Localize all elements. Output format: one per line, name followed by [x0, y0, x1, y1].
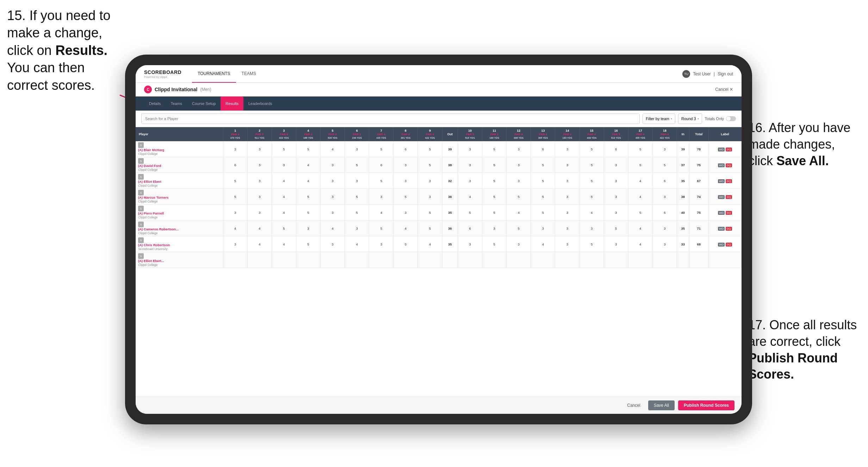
- score-hole-2[interactable]: 3: [247, 205, 272, 220]
- player-name[interactable]: (A) Piers Parnell: [138, 211, 222, 215]
- score-hole-18[interactable]: 6: [652, 205, 677, 220]
- totals-only-switch[interactable]: [726, 116, 736, 121]
- score-hole-9[interactable]: 5: [418, 157, 442, 173]
- score-hole-4[interactable]: 4: [296, 157, 320, 173]
- score-hole-11[interactable]: 5: [482, 205, 507, 220]
- cancel-button[interactable]: Cancel: [623, 401, 644, 410]
- score-hole-15[interactable]: 5: [579, 173, 604, 189]
- wd-button[interactable]: WD: [718, 195, 725, 199]
- score-hole-15[interactable]: 5: [579, 189, 604, 205]
- nav-link-teams[interactable]: TEAMS: [236, 65, 262, 83]
- tab-leaderboards[interactable]: Leaderboards: [243, 96, 277, 111]
- cancel-tournament-link[interactable]: Cancel ✕: [715, 87, 733, 92]
- tab-results[interactable]: Results: [221, 96, 243, 111]
- score-hole-9[interactable]: 3: [418, 173, 442, 189]
- wd-button[interactable]: WD: [718, 179, 725, 183]
- score-hole-8[interactable]: 5: [393, 236, 418, 252]
- dq-button[interactable]: DQ: [726, 227, 732, 231]
- score-hole-10[interactable]: [458, 252, 482, 268]
- score-hole-8[interactable]: 3: [393, 205, 418, 220]
- score-hole-13[interactable]: 3: [531, 220, 555, 236]
- score-hole-6[interactable]: [345, 252, 369, 268]
- publish-round-scores-button[interactable]: Publish Round Scores: [678, 400, 734, 410]
- player-name[interactable]: (A) Cameron Robertson...: [138, 227, 222, 231]
- score-hole-5[interactable]: 3: [321, 189, 345, 205]
- score-hole-7[interactable]: 5: [369, 141, 393, 157]
- score-hole-18[interactable]: 5: [652, 157, 677, 173]
- score-hole-14[interactable]: 3: [555, 205, 579, 220]
- score-hole-8[interactable]: [393, 252, 418, 268]
- score-hole-1[interactable]: 6: [223, 157, 247, 173]
- score-hole-2[interactable]: 3: [247, 189, 272, 205]
- score-hole-14[interactable]: 3: [555, 220, 579, 236]
- wd-button[interactable]: WD: [718, 211, 725, 215]
- score-hole-12[interactable]: 3: [507, 173, 531, 189]
- score-hole-10[interactable]: 6: [458, 220, 482, 236]
- save-all-button[interactable]: Save All: [648, 400, 675, 410]
- score-hole-10[interactable]: 3: [458, 173, 482, 189]
- score-hole-12[interactable]: 5: [507, 220, 531, 236]
- score-hole-11[interactable]: [482, 252, 507, 268]
- score-hole-1[interactable]: 4: [223, 220, 247, 236]
- score-hole-13[interactable]: 4: [531, 236, 555, 252]
- round-dropdown[interactable]: Round 3 ▾: [678, 113, 702, 124]
- score-hole-7[interactable]: 3: [369, 236, 393, 252]
- score-hole-2[interactable]: 3: [247, 173, 272, 189]
- score-hole-2[interactable]: 4: [247, 220, 272, 236]
- score-hole-7[interactable]: 3: [369, 189, 393, 205]
- score-hole-10[interactable]: 5: [458, 205, 482, 220]
- score-hole-6[interactable]: 3: [345, 220, 369, 236]
- score-hole-1[interactable]: 3: [223, 205, 247, 220]
- score-hole-2[interactable]: 3: [247, 157, 272, 173]
- score-hole-17[interactable]: 5: [628, 141, 652, 157]
- score-hole-8[interactable]: 5: [393, 189, 418, 205]
- score-hole-13[interactable]: 6: [531, 141, 555, 157]
- score-hole-4[interactable]: 4: [296, 173, 320, 189]
- score-hole-17[interactable]: 4: [628, 189, 652, 205]
- score-hole-4[interactable]: 5: [296, 189, 320, 205]
- score-hole-13[interactable]: [531, 252, 555, 268]
- score-hole-17[interactable]: [628, 252, 652, 268]
- search-input[interactable]: [141, 113, 640, 124]
- score-hole-12[interactable]: [507, 252, 531, 268]
- score-hole-10[interactable]: 4: [458, 189, 482, 205]
- wd-button[interactable]: WD: [718, 243, 725, 247]
- score-hole-5[interactable]: 4: [321, 220, 345, 236]
- score-hole-3[interactable]: [272, 252, 296, 268]
- score-hole-17[interactable]: 4: [628, 220, 652, 236]
- score-hole-16[interactable]: 3: [604, 189, 628, 205]
- score-hole-2[interactable]: 4: [247, 236, 272, 252]
- score-hole-17[interactable]: 5: [628, 157, 652, 173]
- score-hole-8[interactable]: 3: [393, 157, 418, 173]
- score-hole-7[interactable]: 5: [369, 220, 393, 236]
- wd-button[interactable]: WD: [718, 148, 725, 151]
- score-hole-17[interactable]: 4: [628, 236, 652, 252]
- score-hole-6[interactable]: 3: [345, 173, 369, 189]
- score-hole-5[interactable]: 3: [321, 173, 345, 189]
- dq-button[interactable]: DQ: [726, 243, 732, 247]
- score-hole-13[interactable]: 5: [531, 157, 555, 173]
- score-hole-2[interactable]: 3: [247, 141, 272, 157]
- score-hole-14[interactable]: 3: [555, 236, 579, 252]
- score-hole-3[interactable]: 4: [272, 205, 296, 220]
- score-hole-6[interactable]: 5: [345, 189, 369, 205]
- score-hole-16[interactable]: 5: [604, 220, 628, 236]
- score-hole-4[interactable]: 5: [296, 205, 320, 220]
- score-hole-7[interactable]: [369, 252, 393, 268]
- score-hole-18[interactable]: 3: [652, 236, 677, 252]
- score-hole-3[interactable]: 5: [272, 141, 296, 157]
- score-hole-9[interactable]: 5: [418, 141, 442, 157]
- player-name[interactable]: (A) Chris Robertson: [138, 243, 222, 247]
- score-hole-15[interactable]: [579, 252, 604, 268]
- dq-button[interactable]: DQ: [726, 148, 732, 151]
- score-hole-15[interactable]: 5: [579, 157, 604, 173]
- score-hole-15[interactable]: 5: [579, 141, 604, 157]
- score-hole-14[interactable]: 3: [555, 173, 579, 189]
- score-hole-13[interactable]: 5: [531, 173, 555, 189]
- score-hole-12[interactable]: 4: [507, 205, 531, 220]
- tab-teams[interactable]: Teams: [166, 96, 187, 111]
- score-hole-16[interactable]: 3: [604, 205, 628, 220]
- score-hole-9[interactable]: 5: [418, 220, 442, 236]
- sign-out-link[interactable]: Sign out: [718, 71, 733, 76]
- score-hole-14[interactable]: 3: [555, 157, 579, 173]
